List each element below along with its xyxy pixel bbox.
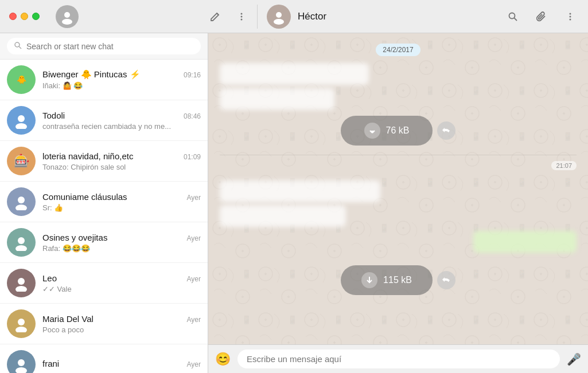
avatar — [7, 106, 36, 135]
svg-point-22 — [15, 286, 27, 292]
avatar — [7, 269, 36, 297]
list-item[interactable]: Leo Ayer ✓✓ Vale — [0, 263, 208, 304]
list-item[interactable]: frani Ayer — [0, 344, 208, 373]
file-size-2: 115 kB — [383, 275, 412, 285]
chat-item-content: Comuniame cláusulas Ayer Sr: 👍 — [42, 192, 201, 212]
right-header-icons — [504, 8, 579, 25]
svg-point-13 — [15, 42, 20, 47]
chat-time: 08:46 — [184, 112, 201, 120]
search-button[interactable] — [504, 8, 521, 25]
svg-line-14 — [19, 46, 21, 49]
menu-dropdown-button[interactable] — [233, 8, 250, 25]
avatar — [7, 309, 36, 338]
svg-point-12 — [570, 18, 571, 20]
chat-item-content: frani Ayer — [42, 359, 201, 370]
my-avatar[interactable] — [56, 5, 79, 28]
search-wrapper — [7, 38, 201, 54]
file-download-button-2[interactable]: 115 kB — [341, 265, 433, 295]
search-icon — [14, 41, 22, 51]
svg-point-26 — [15, 367, 27, 373]
emoji-button[interactable]: 😊 — [215, 352, 231, 367]
left-panel-header — [49, 5, 257, 28]
svg-point-10 — [570, 13, 571, 14]
svg-point-19 — [18, 237, 25, 244]
chat-time: Ayer — [187, 360, 201, 368]
chat-name: frani — [42, 359, 59, 368]
title-bar: Héctor — [0, 0, 588, 33]
chat-item-content: Osines y ovejitas Ayer Rafa: 😂😂😂 — [42, 233, 201, 253]
contact-avatar[interactable] — [267, 5, 291, 29]
chat-item-content: Leo Ayer ✓✓ Vale — [42, 273, 201, 293]
chat-preview: Sr: 👍 — [42, 203, 201, 212]
svg-point-3 — [241, 13, 243, 14]
chat-messages: 24/2/2017 76 kB — [208, 33, 588, 344]
message-timestamp-1: 21:07 — [551, 161, 577, 170]
svg-point-16 — [15, 123, 27, 129]
chat-name: Osines y ovejitas — [42, 233, 107, 242]
chat-preview: Rafa: 😂😂😂 — [42, 244, 201, 253]
chat-menu-button[interactable] — [562, 8, 579, 25]
chat-list: 🐥 Biwenger 🐥 Pintucas ⚡ 09:16 Iñaki: 🤷 😂… — [0, 60, 208, 373]
chat-item-content: loteria navidad, niño,etc 01:09 Tonazo: … — [42, 151, 201, 171]
file-download-area-2: 115 kB — [341, 265, 455, 295]
avatar — [7, 350, 36, 373]
maximize-button[interactable] — [32, 13, 40, 20]
avatar — [7, 228, 36, 257]
file-download-button-1[interactable]: 76 kB — [341, 116, 433, 146]
right-panel-header: Héctor — [257, 5, 588, 29]
chat-preview: Poco a poco — [42, 325, 201, 334]
chat-name: loteria navidad, niño,etc — [42, 151, 133, 161]
chat-time: 09:16 — [184, 71, 201, 79]
contact-name: Héctor — [298, 11, 326, 22]
left-header-icons — [207, 8, 250, 25]
forward-button-1[interactable] — [437, 121, 455, 140]
chat-item-content: Biwenger 🐥 Pintucas ⚡ 09:16 Iñaki: 🤷 😂 — [42, 69, 201, 90]
compose-button[interactable] — [207, 8, 224, 25]
chat-preview: Iñaki: 🤷 😂 — [42, 81, 201, 90]
message-input[interactable] — [237, 350, 560, 368]
chat-preview: Tonazo: Chipirón sale sol — [42, 163, 201, 171]
svg-point-8 — [509, 13, 515, 18]
svg-point-21 — [18, 278, 25, 285]
list-item[interactable]: Comuniame cláusulas Ayer Sr: 👍 — [0, 182, 208, 222]
chat-preview: ✓✓ Vale — [42, 285, 201, 293]
attach-button[interactable] — [533, 8, 550, 25]
list-item[interactable]: Maria Del Val Ayer Poco a poco — [0, 304, 208, 344]
svg-point-11 — [570, 15, 571, 17]
main-content: 🐥 Biwenger 🐥 Pintucas ⚡ 09:16 Iñaki: 🤷 😂… — [0, 33, 588, 373]
svg-point-6 — [276, 12, 282, 18]
sidebar: 🐥 Biwenger 🐥 Pintucas ⚡ 09:16 Iñaki: 🤷 😂… — [0, 33, 208, 373]
mic-button[interactable]: 🎤 — [567, 352, 581, 366]
chat-item-content: Maria Del Val Ayer Poco a poco — [42, 314, 201, 334]
chat-name: Todoli — [42, 111, 65, 120]
svg-point-15 — [18, 115, 25, 122]
list-item[interactable]: 🐥 Biwenger 🐥 Pintucas ⚡ 09:16 Iñaki: 🤷 😂 — [0, 60, 208, 100]
svg-point-1 — [62, 19, 72, 25]
svg-point-5 — [241, 18, 243, 20]
list-item[interactable]: 🎰 loteria navidad, niño,etc 01:09 Tonazo… — [0, 141, 208, 182]
forward-button-2[interactable] — [437, 271, 455, 289]
avatar: 🎰 — [7, 147, 36, 175]
avatar — [7, 187, 36, 216]
close-button[interactable] — [9, 13, 17, 20]
svg-point-20 — [15, 245, 27, 251]
avatar: 🐥 — [7, 65, 36, 94]
chat-area: 📱 24/2/2017 76 kB — [208, 33, 588, 373]
download-arrow-icon-2 — [361, 272, 377, 288]
chat-time: 01:09 — [184, 153, 201, 161]
file-download-area-1: 76 kB — [341, 116, 455, 146]
minimize-button[interactable] — [21, 13, 28, 20]
chat-time: Ayer — [187, 275, 201, 283]
svg-point-17 — [18, 197, 25, 203]
svg-line-2 — [217, 13, 219, 15]
chat-input-area: 😊 🎤 — [208, 344, 588, 373]
chat-item-content: Todoli 08:46 contraseña recien cambiada … — [42, 111, 201, 131]
svg-point-24 — [15, 327, 27, 332]
search-input[interactable] — [26, 42, 194, 51]
list-item[interactable]: Todoli 08:46 contraseña recien cambiada … — [0, 100, 208, 141]
download-arrow-icon — [364, 123, 380, 139]
chat-name: Comuniame cláusulas — [42, 192, 127, 202]
list-item[interactable]: Osines y ovejitas Ayer Rafa: 😂😂😂 — [0, 222, 208, 263]
svg-point-0 — [64, 12, 70, 18]
file-size-1: 76 kB — [386, 125, 410, 136]
